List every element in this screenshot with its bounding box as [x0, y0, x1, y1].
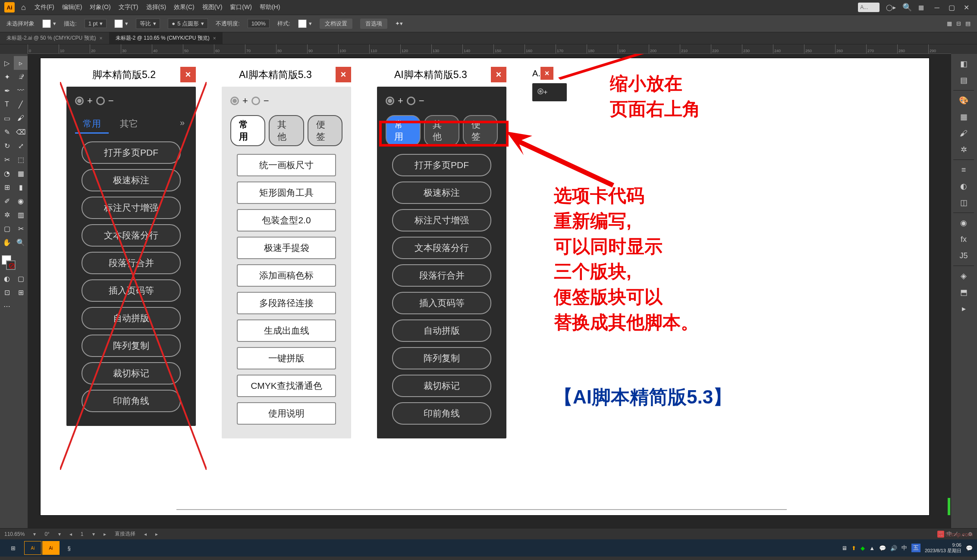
none-icon[interactable]: ▢	[14, 272, 28, 285]
script-button[interactable]: 极速标注	[82, 169, 181, 191]
doc-setup-button[interactable]: 文档设置	[320, 19, 352, 29]
script-button[interactable]: 矩形圆角工具	[237, 181, 336, 204]
script-button[interactable]: 印前角线	[82, 390, 181, 412]
radio-2[interactable]	[96, 97, 105, 105]
stroke-icon[interactable]: ≡	[953, 162, 974, 178]
color-swatches[interactable]: ⊘	[0, 253, 28, 272]
radio-2[interactable]	[407, 97, 415, 105]
script-button[interactable]: 插入页码等	[392, 292, 491, 314]
close-button[interactable]: ×	[540, 67, 553, 80]
slice-tool[interactable]: ✂	[14, 222, 28, 235]
blend-tool[interactable]: ◉	[14, 194, 28, 208]
tray-ime-zhong[interactable]: 中	[902, 544, 907, 552]
tray-chat-icon[interactable]: 💬	[879, 545, 886, 551]
script-button[interactable]: 生成出血线	[237, 319, 336, 342]
brush-tool[interactable]: 🖌	[14, 111, 28, 125]
gradient-icon[interactable]: ◐	[953, 178, 974, 194]
menu-help[interactable]: 帮助(H)	[260, 3, 280, 11]
libraries-icon[interactable]: ▤	[953, 72, 974, 88]
appearance-icon[interactable]: ◉	[953, 215, 974, 231]
maximize-button[interactable]: ▢	[945, 3, 958, 12]
menu-file[interactable]: 文件(F)	[35, 3, 54, 11]
symbols-icon[interactable]: ✲	[953, 142, 974, 157]
tab-common[interactable]: 常用	[75, 115, 109, 134]
color-icon[interactable]: 🎨	[953, 93, 974, 108]
script-button[interactable]: 包装盒型2.0	[237, 209, 336, 232]
rotate-tool[interactable]: ↻	[0, 139, 14, 153]
script-button[interactable]: 自动拼版	[82, 307, 181, 329]
taskbar-app-other[interactable]: §	[60, 541, 78, 555]
layers-icon[interactable]: ◈	[953, 268, 974, 284]
stroke-swatch[interactable]	[114, 19, 123, 28]
rotation[interactable]: 0°	[44, 531, 49, 537]
script-button[interactable]: 印前角线	[392, 402, 491, 425]
script-button[interactable]: 裁切标记	[82, 362, 181, 385]
mesh-tool[interactable]: ⊞	[0, 180, 14, 194]
tab-common[interactable]: 常用	[230, 115, 265, 146]
tray-wifi-icon[interactable]: 🖥	[842, 545, 847, 551]
script-button[interactable]: 文本段落分行	[392, 237, 491, 259]
tab-notes[interactable]: 便签	[308, 115, 342, 146]
uniform-dropdown[interactable]: 等比 ▾	[136, 19, 160, 29]
script-button[interactable]: 添加画稿色标	[237, 264, 336, 287]
script-button[interactable]: 极速手提袋	[237, 237, 336, 259]
radio-1[interactable]	[230, 97, 239, 105]
perspective-tool[interactable]: ▦	[14, 166, 28, 180]
type-tool[interactable]: T	[0, 97, 14, 111]
script-button[interactable]: 打开多页PDF	[82, 141, 181, 164]
css-icon[interactable]: J5	[953, 248, 974, 263]
transparency-icon[interactable]: ◫	[953, 195, 974, 210]
width-tool[interactable]: ✂	[0, 153, 14, 166]
start-button[interactable]: ⊞	[4, 541, 22, 555]
draw-mode-icon[interactable]: ⊡	[0, 285, 14, 299]
notification-icon[interactable]: 💬	[966, 545, 973, 551]
close-button[interactable]: ×	[491, 67, 506, 82]
script-button[interactable]: 插入页码等	[82, 279, 181, 302]
curvature-tool[interactable]: 〰	[14, 84, 28, 97]
script-button[interactable]: CMYK查找潘通色	[237, 375, 336, 397]
menu-edit[interactable]: 编辑(E)	[62, 3, 82, 11]
menu-view[interactable]: 视图(V)	[202, 3, 223, 11]
cloud-icon[interactable]: ◯▸	[886, 4, 896, 11]
tray-up-icon[interactable]: ▲	[869, 545, 875, 551]
zoom-tool[interactable]: 🔍	[14, 235, 28, 249]
gradient-tool[interactable]: ▮	[14, 180, 28, 194]
symbol-tool[interactable]: ✲	[0, 208, 14, 222]
script-button[interactable]: 一键拼版	[237, 347, 336, 369]
script-button[interactable]: 阵列复制	[82, 335, 181, 357]
radio-1[interactable]	[537, 88, 543, 94]
hand-tool[interactable]: ✋	[0, 235, 14, 249]
color-mode-icon[interactable]: ◐	[0, 272, 14, 285]
fill-swatch[interactable]	[42, 19, 51, 28]
edit-toolbar-icon[interactable]: ⋯	[0, 299, 14, 313]
menu-window[interactable]: 窗口(W)	[230, 3, 252, 11]
close-icon[interactable]: ×	[213, 35, 216, 41]
tab-common[interactable]: 常用	[386, 115, 421, 146]
selection-tool[interactable]: ▷	[0, 56, 14, 70]
align-icon[interactable]: ▦	[947, 20, 952, 27]
script-button[interactable]: 打开多页PDF	[392, 154, 491, 176]
close-icon[interactable]: ×	[100, 35, 103, 41]
asset-export-icon[interactable]: ⬒	[953, 285, 974, 300]
pin-icon[interactable]: ✦▾	[395, 20, 403, 27]
swatches-icon[interactable]: ▦	[953, 109, 974, 125]
line-tool[interactable]: ╱	[14, 97, 28, 111]
wand-tool[interactable]: ✦	[0, 70, 14, 84]
tab-notes[interactable]: 便签	[463, 115, 498, 146]
close-button[interactable]: ✕	[960, 3, 973, 12]
tab-other[interactable]: 其它	[112, 115, 146, 134]
script-button[interactable]: 统一画板尺寸	[237, 154, 336, 176]
menu-select[interactable]: 选择(S)	[146, 3, 166, 11]
eyedropper-tool[interactable]: ✐	[0, 194, 14, 208]
doc-tab-1[interactable]: 未标题-2.ai @ 50 % (CMYK/CPU 预览)×	[0, 32, 109, 44]
rectangle-tool[interactable]: ▭	[0, 111, 14, 125]
menu-type[interactable]: 文字(T)	[119, 3, 138, 11]
radio-1[interactable]	[75, 97, 84, 105]
script-button[interactable]: 阵列复制	[392, 347, 491, 369]
brush-dropdown[interactable]: ● 5 点圆形 ▾	[168, 19, 208, 29]
shape-builder-tool[interactable]: ◔	[0, 166, 14, 180]
workspace-icon[interactable]: ▦	[918, 4, 924, 11]
pen-tool[interactable]: ✒	[0, 84, 14, 97]
graph-tool[interactable]: ▥	[14, 208, 28, 222]
close-button[interactable]: ×	[180, 67, 196, 82]
